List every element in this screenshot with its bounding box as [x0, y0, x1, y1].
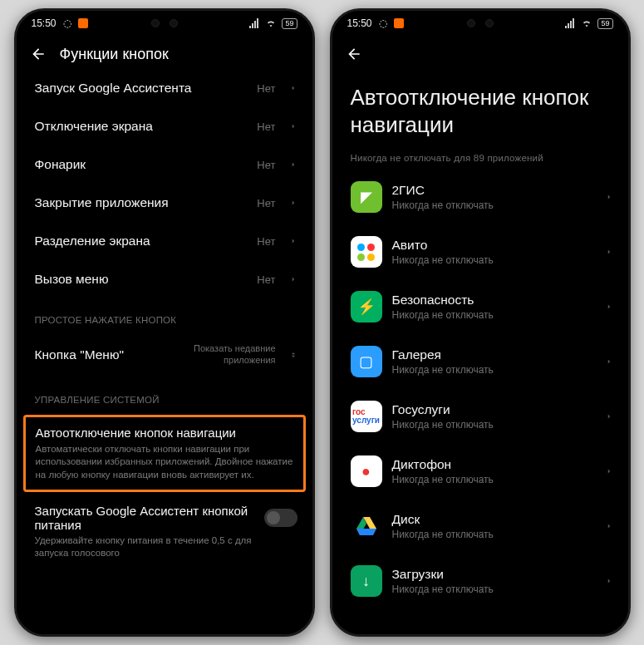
app-name: Диктофон [392, 457, 592, 472]
chevron-right-icon [605, 522, 613, 530]
battery-icon: 59 [597, 18, 612, 29]
row-label: Разделение экрана [35, 234, 248, 249]
row-menu-button[interactable]: Кнопка "Меню" Показать недавние приложен… [17, 332, 312, 378]
row-auto-disable-nav[interactable]: Автоотключение кнопок навигации Автомати… [23, 415, 306, 493]
row-value: Нет [257, 159, 275, 171]
row-label: Закрытие приложения [35, 195, 248, 210]
back-button[interactable] [28, 44, 48, 64]
app-name: Загрузки [392, 567, 592, 582]
signal-icon [564, 17, 576, 29]
app-row[interactable]: АвитоНикогда не отключать [332, 224, 628, 279]
row-value: Нет [257, 197, 275, 209]
app-row[interactable]: госуслугиГосуслугиНикогда не отключать [332, 389, 628, 444]
row-flashlight[interactable]: Фонарик Нет [17, 145, 312, 184]
row-split-screen[interactable]: Разделение экрана Нет [17, 222, 312, 260]
page-title: Автоотключение кнопок навигации [332, 69, 628, 146]
app-subtitle: Никогда не отключать [392, 364, 592, 376]
row-label: Отключение экрана [35, 119, 248, 134]
row-description: Удерживайте кнопку питания в течение 0,5… [35, 534, 256, 559]
row-value: Нет [257, 273, 275, 286]
row-screen-off[interactable]: Отключение экрана Нет [17, 107, 312, 145]
app-name: Авито [392, 238, 592, 253]
app-indicator-icon [394, 18, 404, 28]
row-label: Кнопка "Меню" [35, 347, 184, 362]
row-label: Автоотключение кнопок навигации [36, 426, 293, 440]
toggle-switch[interactable] [264, 509, 297, 527]
row-close-app[interactable]: Закрытие приложения Нет [17, 184, 312, 222]
app-name: Диск [392, 512, 592, 527]
header: Функции кнопок [17, 36, 312, 69]
camera-notch [141, 19, 188, 29]
row-value: Нет [257, 235, 275, 248]
apps-caption: Никогда не отключать для 89 приложений [332, 146, 628, 170]
row-assistant-power[interactable]: Запускать Google Ассистент кнопкой питан… [17, 495, 312, 566]
wifi-icon [265, 17, 277, 29]
app-row[interactable]: ◤2ГИСНикогда не отключать [332, 170, 628, 224]
app-row[interactable]: ↓ЗагрузкиНикогда не отключать [332, 554, 628, 608]
app-icon: ↓ [351, 565, 382, 597]
app-row[interactable]: ⚡БезопасностьНикогда не отключать [332, 279, 628, 334]
app-name: Госуслуги [392, 402, 592, 417]
app-name: Безопасность [392, 293, 592, 308]
chevron-right-icon [289, 199, 297, 207]
section-system: УПРАВЛЕНИЕ СИСТЕМОЙ [17, 378, 312, 411]
app-icon: ● [351, 455, 382, 487]
chevron-right-icon [605, 193, 613, 201]
row-label: Запуск Google Ассистента [35, 81, 248, 96]
app-row[interactable]: ДискНикогда не отключать [332, 499, 628, 554]
chevron-right-icon [289, 122, 297, 130]
chevron-right-icon [605, 577, 613, 585]
app-indicator-icon [78, 18, 88, 28]
phone-left: 15:50 ◌ 59 Функции кнопок Запу [14, 8, 315, 637]
row-value: Нет [257, 82, 275, 95]
app-name: 2ГИС [392, 183, 592, 198]
battery-icon: 59 [282, 18, 297, 29]
row-google-assistant[interactable]: Запуск Google Ассистента Нет [17, 69, 312, 107]
chevron-right-icon [605, 248, 613, 256]
app-icon [351, 236, 382, 268]
app-subtitle: Никогда не отключать [392, 583, 592, 595]
app-icon: ⚡ [351, 291, 382, 322]
app-subtitle: Никогда не отключать [392, 199, 592, 211]
app-row[interactable]: ●ДиктофонНикогда не отключать [332, 444, 628, 499]
chevron-right-icon [605, 357, 613, 366]
svg-marker-2 [356, 529, 376, 535]
row-label: Запускать Google Ассистент кнопкой питан… [35, 504, 256, 532]
row-label: Вызов меню [35, 272, 248, 287]
status-time: 15:50 [32, 17, 57, 29]
app-subtitle: Никогда не отключать [392, 254, 592, 266]
row-description: Автоматически отключать кнопки навигации… [36, 443, 293, 482]
chevron-right-icon [605, 467, 613, 475]
chevron-right-icon [605, 303, 613, 311]
clock-icon: ◌ [377, 17, 389, 29]
chevron-right-icon [289, 84, 297, 92]
back-button[interactable] [344, 44, 364, 64]
wifi-icon [581, 17, 592, 29]
app-subtitle: Никогда не отключать [392, 529, 592, 540]
header [332, 36, 628, 69]
app-icon [351, 510, 382, 542]
app-name: Галерея [392, 347, 592, 362]
chevron-right-icon [289, 160, 297, 169]
row-value: Показать недавние приложения [194, 343, 275, 367]
phone-right: 15:50 ◌ 59 Автоотключение кнопок навигац… [330, 8, 631, 637]
chevron-right-icon [605, 412, 613, 421]
header-title: Функции кнопок [60, 46, 169, 63]
app-icon: госуслуги [351, 401, 382, 432]
app-subtitle: Никогда не отключать [392, 419, 592, 431]
chevron-right-icon [289, 237, 297, 245]
app-subtitle: Никогда не отключать [392, 309, 592, 321]
settings-list: Запуск Google Ассистента Нет Отключение … [17, 69, 312, 634]
signal-icon [248, 17, 260, 29]
chevron-updown-icon [289, 351, 297, 359]
chevron-right-icon [289, 275, 297, 283]
section-single-press: ПРОСТОЕ НАЖАТИЕ КНОПОК [17, 298, 312, 332]
app-row[interactable]: ▢ГалереяНикогда не отключать [332, 334, 628, 389]
app-list: ◤2ГИСНикогда не отключатьАвитоНикогда не… [332, 170, 628, 634]
row-menu-call[interactable]: Вызов меню Нет [17, 260, 312, 298]
clock-icon: ◌ [61, 17, 73, 29]
app-subtitle: Никогда не отключать [392, 474, 592, 485]
camera-notch [457, 19, 504, 29]
row-value: Нет [257, 121, 275, 133]
app-icon: ▢ [351, 346, 382, 377]
